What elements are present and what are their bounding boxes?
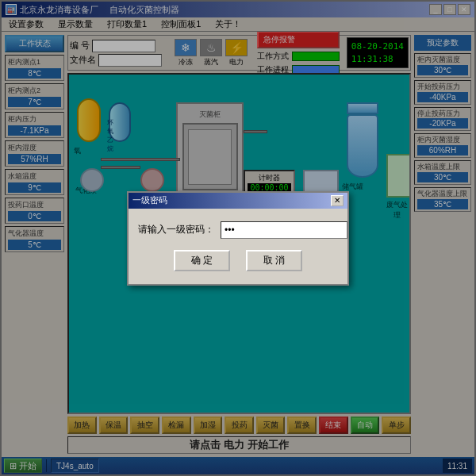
modal-cancel-button[interactable]: 取 消	[246, 250, 302, 271]
modal-prompt-label: 请输入一级密码：	[138, 223, 214, 236]
password-modal: 一级密码 ✕ 请输入一级密码： 确 定 取 消	[127, 191, 349, 286]
modal-title-text: 一级密码	[132, 194, 167, 206]
modal-body: 请输入一级密码： 确 定 取 消	[129, 209, 347, 284]
modal-buttons: 确 定 取 消	[138, 250, 338, 271]
modal-ok-button[interactable]: 确 定	[174, 250, 230, 271]
modal-title-bar: 一级密码 ✕	[129, 193, 347, 209]
modal-input-row: 请输入一级密码：	[138, 221, 338, 239]
modal-close-button[interactable]: ✕	[331, 195, 344, 206]
password-input[interactable]	[221, 221, 347, 239]
modal-overlay: 一级密码 ✕ 请输入一级密码： 确 定 取 消	[0, 0, 476, 476]
